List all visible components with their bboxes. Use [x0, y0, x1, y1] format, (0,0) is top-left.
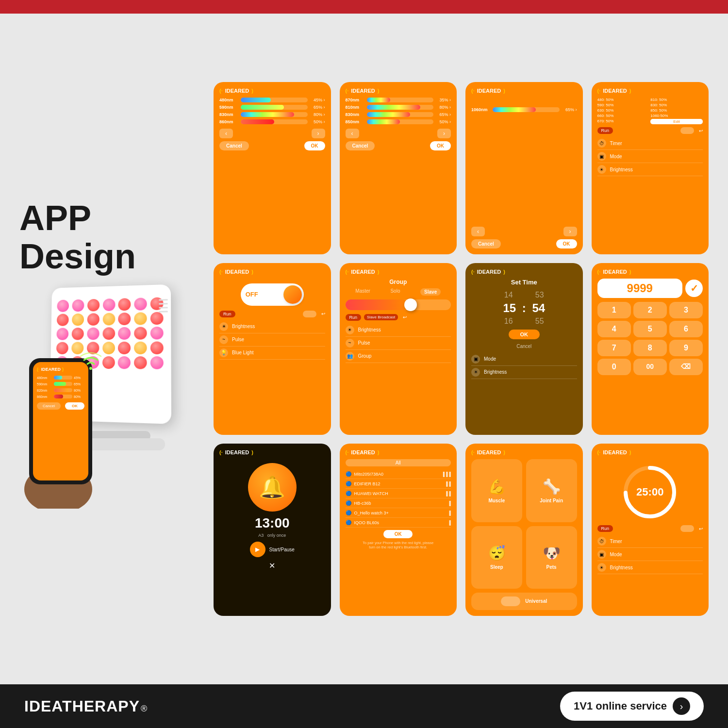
- cat-universal[interactable]: Universal: [471, 593, 577, 610]
- alarm-time: 13:00: [219, 515, 325, 531]
- card-logo-10: (· IDEARED ): [346, 449, 451, 455]
- alarm-bell-icon: 🔔: [248, 463, 297, 512]
- card-logo-7: (· IDEARED ): [471, 269, 577, 275]
- universal-toggle[interactable]: [501, 596, 520, 606]
- service-button[interactable]: 1V1 online service ›: [560, 692, 704, 721]
- left-section: APP Design: [19, 199, 199, 499]
- cat-pets[interactable]: 🐶 Pets: [526, 526, 577, 589]
- group-title: Group: [346, 279, 451, 285]
- pulse-icon-5: ~: [219, 335, 228, 344]
- next-arrow[interactable]: ›: [312, 129, 325, 138]
- prev-arrow-3[interactable]: ‹: [471, 227, 485, 236]
- card-logo-12: (· IDEARED ): [597, 449, 703, 455]
- app-cards-grid: (· IDEARED ) 480nm 45% › 590nm 65% › 830…: [199, 82, 709, 616]
- brightness-icon: ☀: [597, 165, 606, 174]
- main-content: APP Design: [0, 14, 728, 684]
- brand-symbol: ®: [141, 704, 147, 714]
- phone-mockup: (· IDEARED ) 480nm 45%: [24, 358, 97, 499]
- cat-muscle[interactable]: 💪 Muscle: [471, 459, 522, 522]
- bt-device-3[interactable]: HUAWEI WATCH: [354, 491, 442, 496]
- run-badge-12: Run: [597, 525, 613, 532]
- run-badge: Run: [597, 127, 613, 134]
- card-wavelength-list: (· IDEARED ) 480: 50% 810: 50% 590: 50% …: [592, 82, 709, 254]
- card-alarm: (· IDEARED ) 🔔 13:00 A3 only once ▶ Star…: [214, 444, 331, 616]
- bt-device-4[interactable]: HB-c36b: [354, 501, 445, 506]
- card-logo-6: (· IDEARED ): [346, 269, 451, 275]
- ok-button-2[interactable]: OK: [430, 141, 451, 150]
- run-badge-5: Run: [219, 311, 235, 317]
- next-arrow-2[interactable]: ›: [437, 129, 451, 138]
- run-toggle-5[interactable]: [303, 311, 316, 317]
- backspace-button[interactable]: ⌫: [669, 359, 703, 375]
- ok-button-3[interactable]: OK: [556, 239, 577, 248]
- svg-point-4: [89, 367, 92, 370]
- card-toggle: (· IDEARED ) OFF ON Run ↩ ☀ Brightness: [214, 263, 331, 435]
- time-ok-button[interactable]: OK: [509, 330, 540, 339]
- play-pause-button[interactable]: ▶: [250, 542, 265, 557]
- bt-device-6[interactable]: IQOO BL60s: [354, 520, 445, 525]
- next-arrow-3[interactable]: ›: [563, 227, 577, 236]
- num-4[interactable]: 4: [597, 321, 631, 337]
- top-bar: [0, 0, 728, 14]
- cancel-button-2[interactable]: Cancel: [346, 141, 375, 150]
- slave-badge: Slave Broadcast: [364, 314, 398, 320]
- prev-arrow-2[interactable]: ‹: [346, 129, 359, 138]
- num-9[interactable]: 9: [669, 340, 703, 356]
- bt-device-1[interactable]: Mito205I738A0: [354, 472, 439, 477]
- time-cancel-button[interactable]: Cancel: [516, 344, 531, 349]
- num-8[interactable]: 8: [633, 340, 667, 356]
- cat-joint-pain[interactable]: 🦴 Joint Pain: [526, 459, 577, 522]
- bt-device-5[interactable]: O_Hello watch 3+: [354, 511, 445, 515]
- prev-arrow[interactable]: ‹: [219, 129, 233, 138]
- run-toggle[interactable]: [680, 127, 694, 134]
- num-00[interactable]: 00: [633, 359, 667, 375]
- timer-icon: ⏱: [597, 139, 606, 148]
- bt-device-2[interactable]: EDIFIER B12: [354, 481, 442, 486]
- bt-note: To pair your Phone with the red light, p…: [346, 541, 451, 549]
- tab-master[interactable]: Master: [355, 288, 370, 296]
- num-6[interactable]: 6: [669, 321, 703, 337]
- brightness-icon-5: ☀: [219, 322, 228, 331]
- ok-button[interactable]: OK: [304, 141, 325, 150]
- card-bluetooth: (· IDEARED ) All 🔵 Mito205I738A0 ▐▐▐ 🔵 E…: [340, 444, 457, 616]
- cancel-button-3[interactable]: Cancel: [471, 239, 501, 248]
- brand-logo: IDEATHERAPY ®: [24, 697, 147, 715]
- on-off-toggle[interactable]: OFF ON: [241, 283, 304, 306]
- card-wavelength-3: (· IDEARED ) 1060nm 65% › ‹ › Cancel OK: [465, 82, 583, 254]
- app-design-title: APP Design: [19, 199, 199, 276]
- tab-solo[interactable]: Solo: [390, 288, 400, 296]
- card-wavelength-1: (· IDEARED ) 480nm 45% › 590nm 65% › 830…: [214, 82, 331, 254]
- cancel-button[interactable]: Cancel: [219, 141, 249, 150]
- card-logo-3: (· IDEARED ): [471, 88, 577, 94]
- mode-icon-7: ▣: [471, 355, 480, 364]
- num-7[interactable]: 7: [597, 340, 631, 356]
- bluelight-icon: 💡: [219, 348, 228, 357]
- card-group: (· IDEARED ) Group Master Solo Slave Run…: [340, 263, 457, 435]
- edit-button[interactable]: Edit: [650, 119, 703, 124]
- bt-ok-button[interactable]: OK: [383, 530, 413, 538]
- num-0[interactable]: 0: [597, 359, 631, 375]
- group-icon: 👥: [346, 352, 354, 361]
- cat-sleep[interactable]: 😴 Sleep: [471, 526, 522, 589]
- timer-icon-12: ⏱: [597, 537, 606, 546]
- run-toggle-12[interactable]: [680, 525, 694, 532]
- tab-slave[interactable]: Slave: [420, 288, 441, 296]
- card-categories: (· IDEARED ) 💪 Muscle 🦴 Joint Pain 😴 Sle…: [465, 444, 583, 616]
- bt-filter-all[interactable]: All: [346, 459, 451, 466]
- close-alarm-button[interactable]: ✕: [219, 561, 325, 570]
- numpad-display: 9999: [597, 279, 683, 298]
- pulse-icon-6: ~: [346, 339, 354, 347]
- num-1[interactable]: 1: [597, 302, 631, 318]
- num-3[interactable]: 3: [669, 302, 703, 318]
- brightness-icon-6: ☀: [346, 326, 354, 334]
- card-logo-1: (· IDEARED ): [219, 88, 325, 94]
- num-2[interactable]: 2: [633, 302, 667, 318]
- check-button[interactable]: ✓: [685, 280, 703, 297]
- card-logo-9: (· IDEARED ): [219, 449, 325, 455]
- card-logo-8: (· IDEARED ): [597, 269, 703, 275]
- num-5[interactable]: 5: [633, 321, 667, 337]
- group-slider-thumb[interactable]: [404, 298, 417, 311]
- service-arrow-icon: ›: [673, 697, 690, 715]
- timer-display: 25:00: [636, 486, 663, 498]
- mode-icon: ▣: [597, 152, 606, 161]
